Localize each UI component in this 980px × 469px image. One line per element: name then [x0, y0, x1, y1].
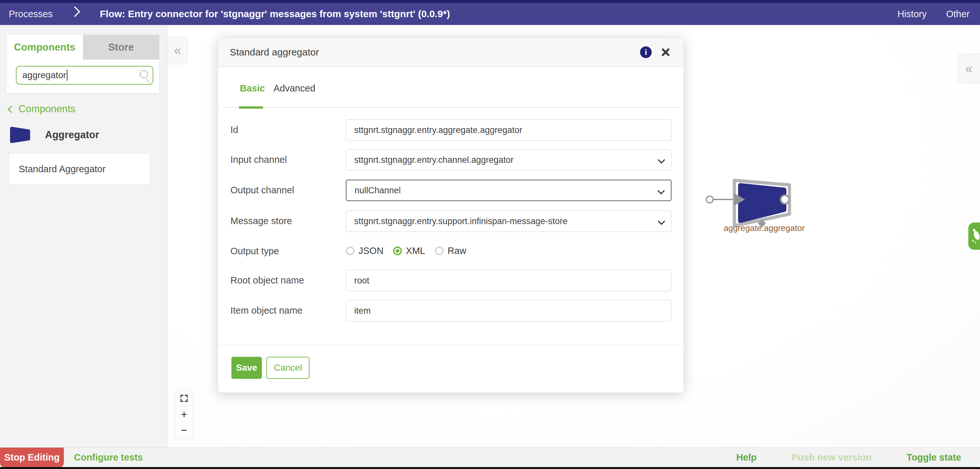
field-label-message-store: Message store — [231, 216, 292, 227]
top-navbar: Processes Flow: Entry connector for 'stg… — [0, 0, 980, 25]
standard-aggregator-dialog: Standard aggregator i Basic Advanced Id … — [218, 37, 684, 393]
output-port[interactable] — [781, 195, 789, 204]
tab-advanced[interactable]: Advanced — [274, 83, 315, 94]
radio-circle-raw — [435, 247, 444, 255]
flow-title: Flow: Entry connector for 'stgnaggr' mes… — [100, 3, 450, 25]
message-store-select[interactable]: sttgnrt.stgnaggr.entry.support.infinispa… — [346, 211, 671, 232]
tab-components[interactable]: Components — [6, 35, 83, 60]
radio-raw[interactable]: Raw — [435, 246, 466, 256]
navbar-top-strip — [0, 0, 980, 3]
root-object-input[interactable] — [346, 270, 671, 291]
toggle-state-link[interactable]: Toggle state — [907, 452, 961, 463]
chevron-down-icon — [658, 156, 665, 164]
breadcrumb-processes[interactable]: Processes — [9, 3, 52, 25]
push-new-version-link: Push new version — [792, 452, 872, 463]
aggregator-node[interactable] — [701, 174, 799, 231]
dialog-title: Standard aggregator — [230, 38, 319, 67]
chevron-down-icon — [658, 218, 665, 225]
node-label: aggregate.aggregator — [724, 223, 805, 233]
category-aggregator[interactable]: Aggregator — [9, 126, 99, 144]
input-channel-select[interactable]: sttgnrt.stgnaggr.entry.channel.aggregato… — [346, 149, 671, 171]
input-channel-value: sttgnrt.stgnaggr.entry.channel.aggregato… — [354, 155, 514, 165]
help-link[interactable]: Help — [736, 452, 757, 463]
field-label-item-object: Item object name — [231, 305, 302, 316]
collapse-sidebar-button[interactable]: « — [167, 36, 188, 64]
components-panel-card: Components Store aggregator — [6, 34, 159, 94]
radio-label-json: JSON — [358, 246, 383, 256]
other-menu[interactable]: Other — [946, 9, 970, 19]
feedback-tab[interactable] — [968, 222, 980, 250]
history-menu[interactable]: History — [897, 9, 926, 19]
field-label-root-object: Root object name — [231, 275, 304, 286]
component-label: Standard Aggregator — [19, 164, 106, 174]
field-label-output-channel: Output channel — [231, 185, 294, 196]
component-standard-aggregator[interactable]: Standard Aggregator — [9, 153, 150, 185]
category-label: Aggregator — [45, 129, 99, 141]
zoom-out-button[interactable]: − — [175, 422, 193, 438]
component-search-input[interactable]: aggregator — [16, 66, 153, 85]
tab-divider — [222, 107, 679, 108]
back-to-components-link[interactable]: Components — [9, 103, 75, 115]
close-icon[interactable] — [660, 47, 670, 57]
output-channel-value: nullChannel — [355, 185, 401, 196]
radio-circle-json — [346, 247, 355, 255]
radio-label-raw: Raw — [447, 246, 466, 256]
output-channel-select[interactable]: nullChannel — [346, 180, 671, 201]
chevron-down-icon — [657, 187, 665, 195]
aggregator-icon — [9, 126, 32, 144]
search-icon — [140, 70, 148, 78]
zoom-in-button[interactable]: + — [175, 407, 193, 422]
canvas-zoom-controls: + − — [175, 390, 193, 439]
radio-circle-xml-checked — [393, 247, 402, 255]
message-store-value: sttgnrt.stgnaggr.entry.support.infinispa… — [354, 216, 568, 227]
input-connector-endpoint[interactable] — [706, 196, 713, 203]
back-link-label: Components — [19, 103, 75, 115]
active-tab-indicator — [239, 106, 263, 108]
radio-xml[interactable]: XML — [393, 246, 425, 256]
fit-screen-icon — [180, 395, 188, 402]
fit-to-screen-button[interactable] — [175, 391, 193, 407]
cancel-button[interactable]: Cancel — [266, 357, 310, 379]
info-icon[interactable]: i — [640, 46, 652, 58]
field-label-output-type: Output type — [231, 246, 279, 257]
app-window: Processes Flow: Entry connector for 'stg… — [0, 0, 980, 469]
breadcrumb-chevron-icon — [69, 6, 80, 17]
radio-label-xml: XML — [406, 246, 425, 256]
configure-tests-link[interactable]: Configure tests — [74, 448, 143, 467]
radio-json[interactable]: JSON — [346, 246, 383, 256]
item-object-input[interactable] — [346, 300, 671, 321]
mascot-icon — [968, 222, 980, 250]
screen-bottom-edge — [0, 467, 980, 469]
dialog-header: Standard aggregator i — [218, 38, 684, 67]
save-button[interactable]: Save — [231, 357, 262, 379]
expand-right-panel-button[interactable]: « — [957, 54, 980, 83]
field-label-id: Id — [231, 124, 238, 135]
search-value: aggregator — [22, 70, 66, 80]
tab-basic[interactable]: Basic — [240, 83, 265, 94]
field-label-input-channel: Input channel — [231, 155, 287, 165]
chevron-left-icon — [8, 106, 15, 113]
text-caret — [67, 70, 67, 81]
tab-store[interactable]: Store — [83, 35, 159, 60]
bottom-bar: Stop Editing Configure tests Help Push n… — [0, 447, 980, 467]
components-sidebar: Components Store aggregator Components A… — [0, 25, 167, 447]
id-input[interactable] — [346, 120, 671, 141]
stop-editing-button[interactable]: Stop Editing — [0, 448, 64, 467]
